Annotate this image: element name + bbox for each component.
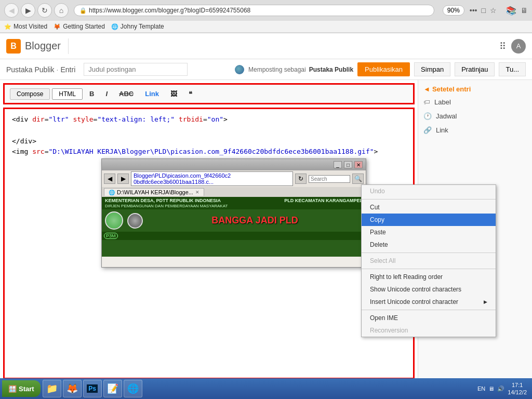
- bookmark-most-visited[interactable]: ⭐ Most Visited: [4, 23, 47, 30]
- taskbar-app-files[interactable]: 📁: [43, 380, 61, 397]
- firefox-icon: 🦊: [66, 383, 78, 394]
- ctx-unicode-insert[interactable]: Insert Unicode control character: [362, 296, 496, 308]
- strikethrough-button[interactable]: ABC: [114, 88, 138, 100]
- ctx-reconversion[interactable]: Reconversion: [362, 324, 496, 337]
- ctx-undo[interactable]: Undo: [362, 185, 496, 197]
- most-visited-icon: ⭐: [4, 23, 11, 30]
- float-content: KEMENTERIAN DESA, PDTT REPUBLIK INDONESI…: [102, 197, 366, 257]
- ctx-copy[interactable]: Copy: [362, 214, 496, 226]
- link-icon: 🔗: [423, 126, 432, 134]
- float-logo-area: BANGGA JADI PLD: [102, 209, 366, 232]
- taskbar-app-firefox[interactable]: 🦊: [63, 380, 82, 397]
- back-button[interactable]: ◀: [4, 3, 19, 18]
- float-forward-button[interactable]: ▶: [117, 174, 129, 184]
- posting-as: Memposting sebagai Pustaka Publik: [235, 65, 353, 74]
- avatar[interactable]: A: [511, 39, 526, 54]
- ctx-separator-3: [362, 269, 496, 269]
- blogger-header: B Blogger ⠿ A: [0, 33, 532, 59]
- p3m-label: P3M: [104, 233, 118, 239]
- save-button[interactable]: Simpan: [414, 62, 450, 76]
- blogger-logo-letter: B: [6, 39, 21, 54]
- float-close-button[interactable]: ✕: [354, 161, 363, 168]
- float-refresh-button[interactable]: ↻: [295, 174, 307, 184]
- preview-button[interactable]: Pratinjau: [455, 62, 495, 76]
- post-type: Entri: [61, 65, 76, 74]
- float-tab-label: D:\WILAYAH KERJA\Blogge...: [117, 189, 193, 195]
- float-search-input[interactable]: [309, 175, 350, 183]
- taskbar-app-unknown[interactable]: 📝: [103, 380, 122, 397]
- bookmarks-bar: ⭐ Most Visited 🦊 Getting Started 🌐 Johny…: [0, 21, 532, 33]
- schedule-text: Jadwal: [436, 112, 457, 120]
- pocket-icon[interactable]: □: [482, 6, 486, 15]
- image-button[interactable]: 🖼: [166, 88, 182, 100]
- ctx-unicode-show[interactable]: Show Unicode control characters: [362, 283, 496, 296]
- ctx-select-all[interactable]: Select All: [362, 255, 496, 267]
- compose-tab[interactable]: Compose: [10, 88, 50, 100]
- url-text: https://www.blogger.com/blogger.g?blogID…: [89, 7, 429, 14]
- link-button[interactable]: Link: [140, 88, 164, 100]
- sidebar-icon[interactable]: 📚: [506, 6, 516, 16]
- reload-button[interactable]: ↻: [37, 3, 52, 18]
- float-back-button[interactable]: ◀: [104, 174, 115, 184]
- post-title-input[interactable]: [84, 63, 188, 76]
- float-address-bar[interactable]: Blogger\PLD\picasion.com_9f42660c2 0bdfd…: [131, 171, 293, 186]
- start-button[interactable]: 🪟 Start: [2, 380, 41, 397]
- forward-button[interactable]: ▶: [21, 3, 35, 18]
- float-search-button[interactable]: 🔍: [352, 174, 364, 184]
- sidebar-item-link[interactable]: 🔗 Link: [423, 126, 527, 134]
- browser-titlebar: ◀ ▶ ↻ ⌂ 🔒 https://www.blogger.com/blogge…: [0, 0, 532, 21]
- ctx-separator-4: [362, 310, 496, 310]
- float-tab-favicon: 🌐: [109, 190, 115, 195]
- taskbar-right: EN 🖥 🔊 17:1 14/12/2: [477, 381, 530, 396]
- float-tab-bar: 🌐 D:\WILAYAH KERJA\Blogge... ✕: [102, 187, 366, 197]
- html-line-4: <img src="D:\WILAYAH KERJA\Blogger\PLD\p…: [12, 147, 406, 157]
- taskbar-app-ie[interactable]: 🌐: [124, 380, 142, 397]
- float-minimize-button[interactable]: _: [334, 161, 342, 168]
- taskbar-clock: 17:1 14/12/2: [508, 381, 527, 396]
- italic-button[interactable]: I: [101, 88, 112, 100]
- ctx-separator-1: [362, 199, 496, 200]
- float-tab-close-button[interactable]: ✕: [195, 190, 200, 195]
- schedule-icon: 🕐: [423, 112, 432, 120]
- ctx-rtl[interactable]: Right to left Reading order: [362, 271, 496, 283]
- post-toolbar: Pustaka Publik · Entri Memposting sebaga…: [0, 59, 532, 80]
- taskbar-apps: 📁 🦊 Ps 📝 🌐: [43, 380, 142, 397]
- ctx-cut[interactable]: Cut: [362, 201, 496, 214]
- bookmark-getting-started[interactable]: 🦊 Getting Started: [54, 23, 105, 30]
- home-button[interactable]: ⌂: [54, 3, 69, 18]
- blog-name: Pustaka Publik: [6, 65, 55, 74]
- floating-window: _ □ ✕ ◀ ▶ Blogger\PLD\picasion.com_9f426…: [101, 158, 366, 268]
- network-icon: 🖥: [488, 385, 494, 392]
- quote-button[interactable]: ❝: [184, 88, 197, 100]
- context-menu: Undo Cut Copy Paste Delete Select All Ri…: [361, 184, 496, 337]
- ctx-open-ime[interactable]: Open IME: [362, 312, 496, 324]
- avatar-letter: A: [516, 42, 521, 50]
- float-tab[interactable]: 🌐 D:\WILAYAH KERJA\Blogge... ✕: [104, 188, 204, 196]
- address-bar[interactable]: 🔒 https://www.blogger.com/blogger.g?blog…: [74, 5, 434, 16]
- float-banner-main: BANGGA JADI PLD: [147, 215, 363, 226]
- unknown-icon: 📝: [107, 383, 118, 394]
- browser-chrome: ◀ ▶ ↻ ⌂ 🔒 https://www.blogger.com/blogge…: [0, 0, 532, 33]
- html-tab[interactable]: HTML: [52, 88, 83, 100]
- more-icon[interactable]: •••: [470, 6, 477, 15]
- ctx-delete[interactable]: Delete: [362, 238, 496, 251]
- ctx-separator-2: [362, 252, 496, 253]
- grid-icon[interactable]: ⠿: [499, 41, 506, 52]
- johny-template-icon: 🌐: [111, 23, 118, 30]
- publish-button[interactable]: Publikasikan: [357, 62, 410, 76]
- float-address-text: Blogger\PLD\picasion.com_9f42660c2 0bdfd…: [134, 172, 231, 185]
- float-logo-circle1: [105, 211, 123, 230]
- breadcrumb: Pustaka Publik · Entri: [6, 65, 75, 74]
- star-icon[interactable]: ☆: [490, 6, 497, 15]
- newtab-icon[interactable]: 🖥: [521, 6, 528, 15]
- sidebar-item-schedule[interactable]: 🕐 Jadwal: [423, 112, 527, 120]
- float-restore-button[interactable]: □: [344, 161, 352, 168]
- sidebar-item-label[interactable]: 🏷 Label: [423, 98, 527, 106]
- taskbar-app-photoshop[interactable]: Ps: [83, 380, 102, 397]
- bookmark-johny-template[interactable]: 🌐 Johny Template: [111, 23, 164, 30]
- breadcrumb-separator: ·: [57, 65, 59, 74]
- ctx-paste[interactable]: Paste: [362, 226, 496, 238]
- bold-button[interactable]: B: [85, 88, 99, 100]
- zoom-badge: 90%: [443, 5, 464, 16]
- more-button[interactable]: Tu...: [499, 62, 526, 76]
